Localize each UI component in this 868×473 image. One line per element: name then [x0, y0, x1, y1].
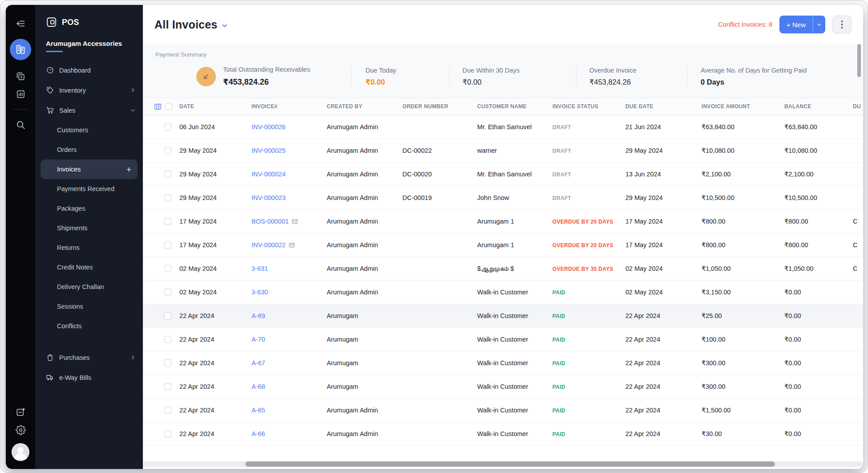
row-checkbox[interactable]	[164, 407, 171, 414]
conflict-invoices-badge[interactable]: Conflict Invoices: 8	[718, 21, 772, 28]
column-settings-icon[interactable]	[154, 102, 162, 111]
column-header-truncated[interactable]: DU	[853, 103, 863, 110]
organization-block[interactable]: Arumugam Accessories	[35, 28, 143, 52]
table-row[interactable]: 17 May 2024INV-000022Arumugam AdminArumu…	[143, 233, 863, 257]
column-header-order-number[interactable]: ORDER NUMBER	[402, 103, 477, 110]
row-checkbox[interactable]	[164, 147, 171, 154]
table-row[interactable]: 02 May 20243-631Arumugam Admin$ஆறுமுகம் …	[143, 257, 863, 281]
table-row[interactable]: 22 Apr 2024A-70ArumugamWalk-in CustomerP…	[143, 328, 863, 351]
row-checkbox[interactable]	[164, 359, 171, 367]
row-checkbox[interactable]	[164, 241, 171, 249]
column-header-invoice-status[interactable]: INVOICE STATUS	[552, 103, 625, 110]
sidebar-subitem-conflicts[interactable]: Conflicts	[35, 316, 143, 336]
invoice-link[interactable]: INV-000024	[251, 171, 286, 178]
sidebar-item-purchases[interactable]: Purchases	[35, 347, 143, 367]
sidebar-subitem-shipments[interactable]: Shipments	[35, 218, 143, 238]
table-row[interactable]: 06 Jun 2024INV-000026Arumugam AdminMr. E…	[143, 115, 863, 139]
row-checkbox[interactable]	[164, 194, 171, 201]
row-checkbox[interactable]	[164, 383, 171, 390]
invoice-link[interactable]: BOS-000001	[251, 218, 298, 225]
invoice-link[interactable]: A-68	[251, 383, 265, 390]
vertical-scrollbar-thumb[interactable]	[857, 44, 861, 77]
sidebar-subitem-sessions[interactable]: Sessions	[35, 297, 143, 316]
user-avatar[interactable]	[12, 443, 29, 461]
row-checkbox[interactable]	[164, 336, 171, 343]
sidebar-subitem-delivery-challan[interactable]: Delivery Challan	[35, 277, 143, 297]
invoice-link[interactable]: 3-631	[251, 265, 268, 272]
cell-date: 29 May 2024	[179, 171, 251, 178]
table-row[interactable]: 17 May 2024BOS-000001Arumugam AdminArumu…	[143, 210, 863, 233]
sidebar-item-dashboard[interactable]: Dashboard	[35, 60, 143, 80]
collapse-sidebar-icon[interactable]	[12, 15, 29, 33]
sidebar-item-eway-bills[interactable]: e-Way Bills	[35, 367, 143, 387]
cell-invoice-status: PAID	[552, 430, 625, 437]
settings-icon[interactable]	[12, 421, 29, 439]
row-checkbox[interactable]	[164, 312, 171, 319]
cell-invoice-number: INV-000025	[251, 147, 327, 154]
cell-due-date: 02 May 2024	[625, 265, 702, 272]
column-header-balance[interactable]: BALANCE	[784, 103, 853, 110]
add-invoice-icon[interactable]: +	[126, 165, 131, 174]
reports-icon[interactable]	[12, 85, 29, 103]
sidebar-subitem-credit-notes[interactable]: Credit Notes	[35, 257, 143, 277]
table-row[interactable]: 29 May 2024INV-000023Arumugam AdminDC-00…	[143, 186, 863, 210]
row-checkbox[interactable]	[164, 289, 171, 296]
row-checkbox[interactable]	[164, 218, 171, 225]
sidebar-subitem-payments-received[interactable]: Payments Received	[35, 179, 143, 199]
app-logo[interactable]: POS	[35, 5, 143, 28]
feedback-icon[interactable]	[12, 403, 29, 421]
sidebar-subitem-packages[interactable]: Packages	[35, 199, 143, 218]
invoice-link[interactable]: A-69	[251, 312, 265, 319]
sidebar-subitem-invoices[interactable]: Invoices+	[41, 159, 138, 179]
table-row[interactable]: 22 Apr 2024A-68ArumugamWalk-in CustomerP…	[143, 375, 863, 399]
more-options-button[interactable]	[832, 16, 852, 33]
sidebar-subitem-orders[interactable]: Orders	[35, 140, 143, 159]
organization-icon[interactable]	[10, 39, 31, 60]
search-icon[interactable]	[12, 116, 29, 134]
invoice-link[interactable]: A-66	[251, 430, 265, 437]
column-header-invoice[interactable]: INVOICE#	[251, 103, 327, 110]
cell-customer-name: Walk-in Customer	[477, 359, 552, 367]
payments-icon[interactable]: $	[12, 67, 29, 85]
column-header-due-date[interactable]: DUE DATE	[625, 103, 702, 110]
horizontal-scrollbar-thumb[interactable]	[245, 461, 775, 467]
sidebar-subitem-returns[interactable]: Returns	[35, 238, 143, 257]
invoice-link[interactable]: INV-000026	[251, 123, 286, 130]
row-checkbox[interactable]	[164, 171, 171, 178]
invoice-link[interactable]: A-65	[251, 407, 265, 414]
new-button-caret[interactable]	[813, 16, 825, 33]
summary-card-due-today: Due Today ₹0.00	[351, 66, 449, 87]
table-row[interactable]: 22 Apr 2024A-66Arumugam AdminWalk-in Cus…	[143, 422, 863, 446]
select-all-checkbox[interactable]	[165, 103, 172, 110]
row-checkbox[interactable]	[164, 123, 171, 130]
invoice-link[interactable]: A-70	[251, 336, 265, 343]
invoice-link[interactable]: INV-000025	[251, 147, 286, 154]
title-chevron-down-icon[interactable]	[221, 22, 228, 29]
table-row[interactable]: 22 Apr 2024A-67ArumugamWalk-in CustomerP…	[143, 351, 863, 375]
row-checkbox[interactable]	[164, 430, 171, 437]
page-header: All Invoices Conflict Invoices: 8 + New	[143, 5, 863, 44]
invoice-link[interactable]: INV-000023	[251, 194, 286, 201]
table-row[interactable]: 22 Apr 2024A-69ArumugamWalk-in CustomerP…	[143, 304, 863, 328]
table-row[interactable]: 22 Apr 2024A-65Arumugam AdminWalk-in Cus…	[143, 399, 863, 422]
sidebar-item-sales[interactable]: Sales	[35, 100, 143, 120]
invoice-link[interactable]: INV-000022	[251, 241, 295, 249]
invoice-link[interactable]: 3-630	[251, 289, 268, 296]
column-header-invoice-amount[interactable]: INVOICE AMOUNT	[702, 103, 784, 110]
table-row[interactable]: 29 May 2024INV-000025Arumugam AdminDC-00…	[143, 139, 863, 163]
column-header-customer-name[interactable]: CUSTOMER NAME	[477, 103, 552, 110]
cell-invoice-status: DRAFT	[552, 147, 625, 154]
table-row[interactable]: 02 May 20243-630Arumugam AdminWalk-in Cu…	[143, 281, 863, 304]
new-invoice-button[interactable]: + New	[779, 16, 825, 33]
sidebar-item-inventory[interactable]: Inventory	[35, 80, 143, 100]
cell-due-date: 17 May 2024	[625, 218, 702, 225]
horizontal-scrollbar-track[interactable]	[143, 461, 863, 467]
cell-due-date: 17 May 2024	[625, 241, 702, 249]
sidebar-subitem-customers[interactable]: Customers	[35, 120, 143, 140]
row-checkbox[interactable]	[164, 265, 171, 272]
column-header-date[interactable]: DATE	[179, 103, 251, 110]
column-header-created-by[interactable]: CREATED BY	[327, 103, 402, 110]
invoice-link[interactable]: A-67	[251, 359, 265, 367]
cell-due-date: 22 Apr 2024	[625, 383, 702, 390]
table-row[interactable]: 29 May 2024INV-000024Arumugam AdminDC-00…	[143, 163, 863, 186]
